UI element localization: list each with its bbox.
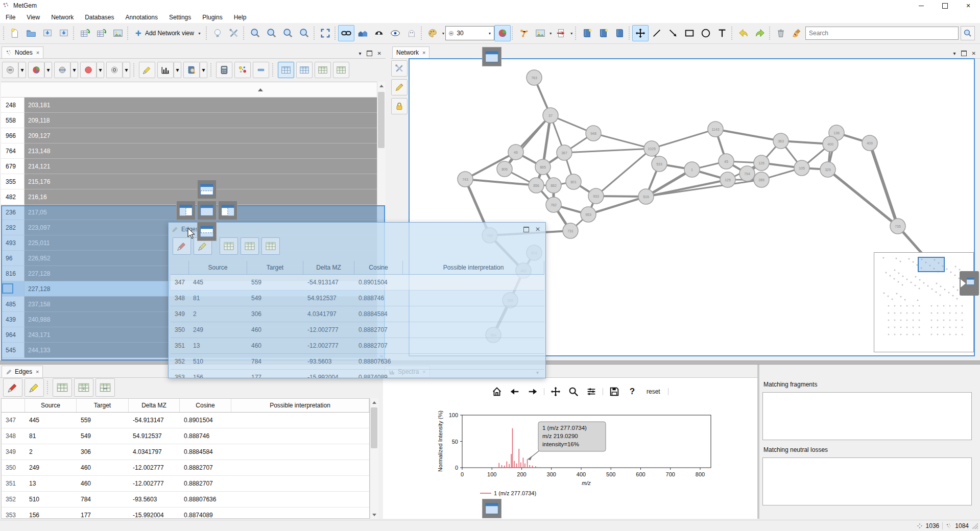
menu-file[interactable]: File <box>0 12 21 22</box>
tab-network[interactable]: Network × <box>392 46 429 58</box>
search-input[interactable] <box>805 27 959 40</box>
chevron-down-icon[interactable]: ▾ <box>441 31 445 36</box>
collapse-minus-button[interactable] <box>253 62 269 78</box>
edges-table-row[interactable]: 353156177-15.9920040.8874089 <box>2 508 369 519</box>
nodes-table-row[interactable]: 558209,118 <box>1 113 377 128</box>
graph-node[interactable]: 533 <box>652 156 667 172</box>
column-header-cosine[interactable]: Cosine <box>180 399 231 412</box>
column-header-target[interactable]: Target <box>77 399 129 412</box>
dock-menu-icon[interactable]: ▾ <box>359 51 362 56</box>
table-view-2-button[interactable] <box>296 62 313 78</box>
chevron-down-icon[interactable]: ▾ <box>174 62 181 78</box>
graph-node[interactable]: 45 <box>719 154 734 169</box>
menu-help[interactable]: Help <box>228 12 252 22</box>
spring-layout-button[interactable] <box>516 25 532 41</box>
column-header-possible-interpretation[interactable]: Possible interpretation <box>403 261 544 274</box>
graph-node[interactable]: 953 <box>581 207 596 222</box>
graph-node[interactable]: 762 <box>546 197 561 212</box>
help-button[interactable]: ? <box>626 385 639 398</box>
menu-databases[interactable]: Databases <box>79 12 119 22</box>
table-fit-rows-button[interactable] <box>241 237 259 255</box>
calculator-button[interactable] <box>216 62 232 78</box>
graph-node[interactable]: 794 <box>739 166 755 181</box>
graph-node[interactable]: 743 <box>458 172 473 187</box>
pie-color-button[interactable] <box>28 62 44 78</box>
nodes-table-row[interactable]: 966209,127 <box>1 128 377 143</box>
menu-settings[interactable]: Settings <box>163 12 197 22</box>
float-close-icon[interactable]: ✕ <box>535 226 540 233</box>
graph-node[interactable]: 400 <box>823 136 838 152</box>
chevron-down-icon[interactable]: ▾ <box>123 62 130 78</box>
show-items-button[interactable] <box>387 25 403 41</box>
graph-node[interactable]: 1 <box>684 162 700 177</box>
rect-tool-button[interactable] <box>681 25 698 41</box>
node-size-button[interactable] <box>54 62 70 78</box>
show-neighbors-button[interactable] <box>354 25 371 41</box>
redo-button[interactable] <box>752 25 768 41</box>
fullscreen-button[interactable] <box>317 25 333 41</box>
table-fit-columns-button[interactable]: ↔ <box>95 378 115 397</box>
dock-close-icon[interactable]: ✕ <box>377 51 381 56</box>
float-restore-icon[interactable] <box>523 227 529 232</box>
zoom-rect-button[interactable] <box>567 385 580 398</box>
import-group-mapping-button[interactable] <box>93 25 110 41</box>
tab-close-icon[interactable]: × <box>422 50 425 56</box>
database-3-button[interactable] <box>611 25 628 41</box>
highlight-red-button[interactable] <box>173 237 191 255</box>
maximize-button[interactable] <box>933 0 957 11</box>
database-1-button[interactable] <box>579 25 595 41</box>
edges-table-row[interactable]: 3488154954.9125370.888746 <box>171 291 544 306</box>
table-fit-rows-button[interactable]: ↓ <box>74 378 93 397</box>
edges-table-row[interactable]: 347445559-54.9131470.8901504 <box>171 275 544 291</box>
color-palette-button[interactable] <box>424 25 441 41</box>
graph-node[interactable]: 735 <box>890 219 905 234</box>
graph-node[interactable]: 46 <box>508 144 523 160</box>
network-minimap[interactable] <box>874 252 974 352</box>
edit-pencil-button[interactable] <box>391 79 408 95</box>
graph-node[interactable]: 1143 <box>708 122 723 137</box>
graph-node[interactable]: 325 <box>820 162 835 177</box>
open-project-button[interactable] <box>23 25 39 41</box>
hide-items-button[interactable] <box>371 25 387 41</box>
table-view-4-button[interactable] <box>333 62 349 78</box>
edges-table-row[interactable]: 35113460-12.0027770.8882707 <box>2 476 369 492</box>
graph-node[interactable]: 409 <box>862 135 877 151</box>
table-normal-button[interactable] <box>220 237 238 255</box>
graph-node[interactable]: 865 <box>535 159 551 175</box>
hide-minus-button[interactable] <box>2 62 18 78</box>
chart-column-button[interactable] <box>157 62 174 78</box>
nodes-table-row[interactable]: 355215,176 <box>1 174 377 189</box>
back-button[interactable] <box>508 385 521 398</box>
home-button[interactable] <box>490 385 504 398</box>
menu-annotations[interactable]: Annotations <box>120 12 163 22</box>
pan-button[interactable] <box>549 385 562 398</box>
graph-node[interactable]: 801 <box>566 174 581 189</box>
nodes-table-row[interactable]: 679214,121 <box>1 159 377 174</box>
database-2-button[interactable] <box>595 25 611 41</box>
node-color-button[interactable] <box>80 62 97 78</box>
table-view-1-button[interactable] <box>278 62 294 78</box>
library-book-button[interactable] <box>183 62 200 78</box>
import-pictures-button[interactable] <box>110 25 126 41</box>
save-project-as-button[interactable] <box>56 25 72 41</box>
dock-float-icon[interactable] <box>961 51 967 56</box>
graph-node[interactable]: 367 <box>557 145 572 160</box>
export-report-button[interactable] <box>553 25 569 41</box>
save-figure-button[interactable] <box>608 385 621 398</box>
pie-charts-button[interactable] <box>494 25 511 41</box>
graph-node[interactable]: 763 <box>527 70 542 85</box>
dock-menu-icon[interactable]: ▾ <box>953 51 956 56</box>
edges-table-row[interactable]: 34923064.03417970.8884584 <box>171 306 544 322</box>
graph-node[interactable]: 363 <box>773 133 788 149</box>
chevron-down-icon[interactable]: ▾ <box>70 62 78 78</box>
dock-float-icon[interactable] <box>367 51 372 56</box>
column-header-source[interactable]: Source <box>25 399 77 412</box>
graph-node[interactable]: 105 <box>794 160 809 176</box>
nodes-table-row[interactable]: 248203,181 <box>1 98 377 113</box>
neighbors-spinbox[interactable]: 30 ▾ <box>445 26 494 40</box>
column-header-cosine[interactable]: Cosine <box>354 261 403 274</box>
process-bulb-button[interactable] <box>209 25 226 41</box>
floating-edges-window[interactable]: Edges ✕ SourceTargetDelta MZCosinePossib… <box>168 222 546 378</box>
screenshot-button[interactable] <box>532 25 548 41</box>
edges-table-row[interactable]: 353156177-15.9920040.8874089 <box>171 370 544 378</box>
